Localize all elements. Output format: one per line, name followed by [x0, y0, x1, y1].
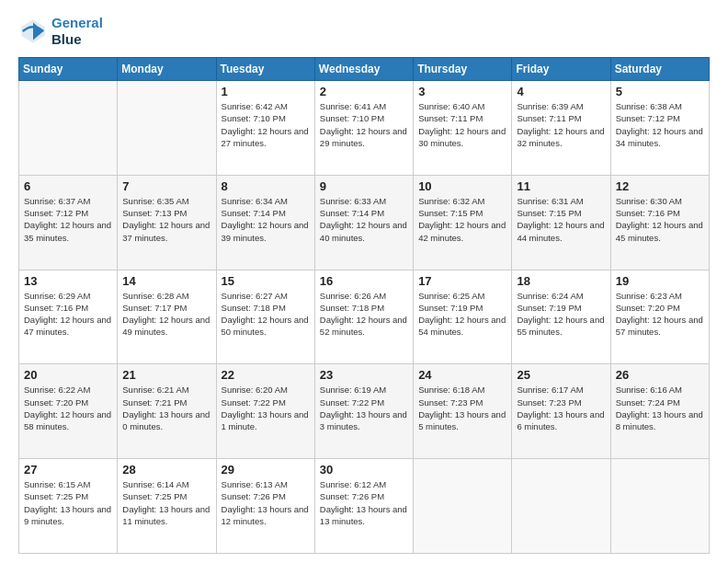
calendar-cell: [512, 459, 610, 554]
day-number: 16: [320, 274, 408, 288]
calendar-header-wednesday: Wednesday: [314, 58, 413, 81]
calendar-cell: 5Sunrise: 6:38 AM Sunset: 7:12 PM Daylig…: [610, 81, 709, 176]
day-number: 2: [320, 85, 408, 98]
day-info: Sunrise: 6:38 AM Sunset: 7:12 PM Dayligh…: [616, 100, 704, 149]
calendar-week-2: 13Sunrise: 6:29 AM Sunset: 7:16 PM Dayli…: [19, 270, 710, 364]
day-info: Sunrise: 6:37 AM Sunset: 7:12 PM Dayligh…: [24, 195, 112, 244]
calendar-cell: 12Sunrise: 6:30 AM Sunset: 7:16 PM Dayli…: [610, 175, 709, 270]
calendar-cell: 27Sunrise: 6:15 AM Sunset: 7:25 PM Dayli…: [19, 459, 118, 554]
calendar-cell: 18Sunrise: 6:24 AM Sunset: 7:19 PM Dayli…: [512, 270, 610, 364]
calendar-header-tuesday: Tuesday: [216, 58, 314, 81]
calendar-cell: 19Sunrise: 6:23 AM Sunset: 7:20 PM Dayli…: [610, 270, 709, 364]
day-info: Sunrise: 6:35 AM Sunset: 7:13 PM Dayligh…: [122, 195, 210, 244]
day-info: Sunrise: 6:19 AM Sunset: 7:22 PM Dayligh…: [320, 384, 408, 432]
day-info: Sunrise: 6:34 AM Sunset: 7:14 PM Dayligh…: [222, 195, 310, 244]
calendar-cell: 14Sunrise: 6:28 AM Sunset: 7:17 PM Dayli…: [118, 270, 216, 364]
calendar-cell: 7Sunrise: 6:35 AM Sunset: 7:13 PM Daylig…: [118, 175, 216, 270]
calendar-cell: 29Sunrise: 6:13 AM Sunset: 7:26 PM Dayli…: [216, 459, 314, 554]
calendar-week-3: 20Sunrise: 6:22 AM Sunset: 7:20 PM Dayli…: [19, 364, 710, 459]
day-number: 28: [122, 463, 210, 477]
calendar-week-1: 6Sunrise: 6:37 AM Sunset: 7:12 PM Daylig…: [19, 175, 710, 270]
calendar-header-thursday: Thursday: [414, 58, 512, 81]
day-info: Sunrise: 6:20 AM Sunset: 7:22 PM Dayligh…: [222, 384, 310, 432]
calendar-cell: 13Sunrise: 6:29 AM Sunset: 7:16 PM Dayli…: [19, 270, 118, 364]
calendar-header-friday: Friday: [512, 58, 610, 81]
day-number: 8: [222, 179, 310, 193]
page: GeneralBlue SundayMondayTuesdayWednesday…: [0, 0, 728, 563]
day-number: 12: [616, 179, 704, 193]
day-number: 10: [418, 179, 506, 193]
day-number: 17: [418, 274, 506, 288]
logo: GeneralBlue: [18, 15, 103, 48]
calendar-header-sunday: Sunday: [19, 58, 118, 81]
calendar-cell: 20Sunrise: 6:22 AM Sunset: 7:20 PM Dayli…: [19, 364, 118, 459]
day-number: 27: [24, 463, 112, 477]
day-number: 11: [517, 179, 605, 193]
calendar-cell: 8Sunrise: 6:34 AM Sunset: 7:14 PM Daylig…: [216, 175, 314, 270]
calendar-cell: [610, 459, 709, 554]
calendar-table: SundayMondayTuesdayWednesdayThursdayFrid…: [18, 57, 710, 554]
header: GeneralBlue: [18, 15, 710, 48]
calendar-cell: 11Sunrise: 6:31 AM Sunset: 7:15 PM Dayli…: [512, 175, 610, 270]
day-info: Sunrise: 6:39 AM Sunset: 7:11 PM Dayligh…: [517, 100, 605, 149]
calendar-week-4: 27Sunrise: 6:15 AM Sunset: 7:25 PM Dayli…: [19, 459, 710, 554]
calendar-header-saturday: Saturday: [610, 58, 709, 81]
calendar-cell: [19, 81, 118, 176]
calendar-cell: 25Sunrise: 6:17 AM Sunset: 7:23 PM Dayli…: [512, 364, 610, 459]
day-number: 21: [122, 368, 210, 382]
day-info: Sunrise: 6:41 AM Sunset: 7:10 PM Dayligh…: [320, 100, 408, 149]
calendar-cell: 10Sunrise: 6:32 AM Sunset: 7:15 PM Dayli…: [414, 175, 512, 270]
day-info: Sunrise: 6:26 AM Sunset: 7:18 PM Dayligh…: [320, 290, 408, 339]
day-number: 15: [222, 274, 310, 288]
calendar-cell: 28Sunrise: 6:14 AM Sunset: 7:25 PM Dayli…: [118, 459, 216, 554]
day-number: 7: [122, 179, 210, 193]
day-info: Sunrise: 6:31 AM Sunset: 7:15 PM Dayligh…: [517, 195, 605, 244]
day-info: Sunrise: 6:24 AM Sunset: 7:19 PM Dayligh…: [517, 290, 605, 339]
logo-icon: [18, 17, 48, 46]
day-number: 24: [418, 368, 506, 382]
calendar-cell: 26Sunrise: 6:16 AM Sunset: 7:24 PM Dayli…: [610, 364, 709, 459]
day-number: 14: [122, 274, 210, 288]
logo-text: GeneralBlue: [51, 15, 103, 48]
calendar-cell: 17Sunrise: 6:25 AM Sunset: 7:19 PM Dayli…: [414, 270, 512, 364]
calendar-cell: 30Sunrise: 6:12 AM Sunset: 7:26 PM Dayli…: [314, 459, 413, 554]
day-number: 25: [517, 368, 605, 382]
day-number: 9: [320, 179, 408, 193]
day-number: 29: [222, 463, 310, 477]
day-number: 13: [24, 274, 112, 288]
calendar-cell: 23Sunrise: 6:19 AM Sunset: 7:22 PM Dayli…: [314, 364, 413, 459]
calendar-cell: [118, 81, 216, 176]
calendar-cell: 9Sunrise: 6:33 AM Sunset: 7:14 PM Daylig…: [314, 175, 413, 270]
day-info: Sunrise: 6:33 AM Sunset: 7:14 PM Dayligh…: [320, 195, 408, 244]
calendar-header-monday: Monday: [118, 58, 216, 81]
day-number: 26: [616, 368, 704, 382]
calendar-cell: 22Sunrise: 6:20 AM Sunset: 7:22 PM Dayli…: [216, 364, 314, 459]
calendar-cell: 2Sunrise: 6:41 AM Sunset: 7:10 PM Daylig…: [314, 81, 413, 176]
calendar-cell: 15Sunrise: 6:27 AM Sunset: 7:18 PM Dayli…: [216, 270, 314, 364]
day-info: Sunrise: 6:32 AM Sunset: 7:15 PM Dayligh…: [418, 195, 506, 244]
day-info: Sunrise: 6:29 AM Sunset: 7:16 PM Dayligh…: [24, 290, 112, 339]
day-info: Sunrise: 6:17 AM Sunset: 7:23 PM Dayligh…: [517, 384, 605, 432]
day-number: 19: [616, 274, 704, 288]
day-info: Sunrise: 6:23 AM Sunset: 7:20 PM Dayligh…: [616, 290, 704, 339]
day-number: 5: [616, 85, 704, 98]
calendar-cell: 1Sunrise: 6:42 AM Sunset: 7:10 PM Daylig…: [216, 81, 314, 176]
day-number: 18: [517, 274, 605, 288]
day-number: 23: [320, 368, 408, 382]
calendar-cell: 4Sunrise: 6:39 AM Sunset: 7:11 PM Daylig…: [512, 81, 610, 176]
day-number: 22: [222, 368, 310, 382]
day-number: 6: [24, 179, 112, 193]
day-info: Sunrise: 6:40 AM Sunset: 7:11 PM Dayligh…: [418, 100, 506, 149]
day-number: 4: [517, 85, 605, 98]
day-info: Sunrise: 6:21 AM Sunset: 7:21 PM Dayligh…: [122, 384, 210, 432]
day-number: 30: [320, 463, 408, 477]
calendar-cell: [414, 459, 512, 554]
calendar-cell: 21Sunrise: 6:21 AM Sunset: 7:21 PM Dayli…: [118, 364, 216, 459]
day-info: Sunrise: 6:15 AM Sunset: 7:25 PM Dayligh…: [24, 478, 112, 527]
day-info: Sunrise: 6:14 AM Sunset: 7:25 PM Dayligh…: [122, 478, 210, 527]
calendar-week-0: 1Sunrise: 6:42 AM Sunset: 7:10 PM Daylig…: [19, 81, 710, 176]
day-info: Sunrise: 6:28 AM Sunset: 7:17 PM Dayligh…: [122, 290, 210, 339]
day-info: Sunrise: 6:12 AM Sunset: 7:26 PM Dayligh…: [320, 478, 408, 527]
day-number: 1: [222, 85, 310, 98]
day-info: Sunrise: 6:30 AM Sunset: 7:16 PM Dayligh…: [616, 195, 704, 244]
